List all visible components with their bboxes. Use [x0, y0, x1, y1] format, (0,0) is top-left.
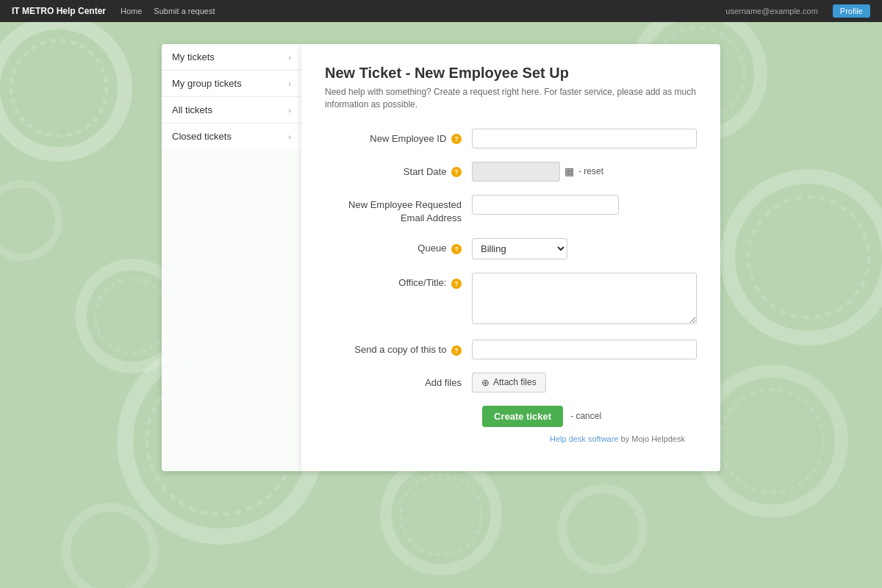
create-ticket-button[interactable]: Create ticket	[482, 406, 563, 427]
employee-id-label: New Employee ID ?	[325, 129, 472, 146]
email-row: New Employee Requested Email Address	[325, 195, 697, 225]
info-icon: ?	[451, 167, 462, 177]
nav-home[interactable]: Home	[121, 7, 142, 15]
sidebar: My tickets › My group tickets › All tick…	[162, 44, 301, 471]
nav-submit[interactable]: Submit a request	[154, 7, 215, 15]
email-field	[472, 195, 697, 215]
office-title-row: Office/Title: ?	[325, 273, 697, 326]
sidebar-item-my-group-tickets[interactable]: My group tickets ›	[162, 71, 301, 97]
sidebar-item-all-tickets[interactable]: All tickets ›	[162, 97, 301, 123]
sidebar-item-label: All tickets	[172, 104, 212, 115]
navbar-brand: IT METRO Help Center	[12, 6, 106, 16]
sidebar-item-my-tickets[interactable]: My tickets ›	[162, 44, 301, 71]
copy-input[interactable]	[472, 340, 697, 359]
add-files-label: Add files	[325, 373, 472, 390]
cancel-link[interactable]: - cancel	[570, 411, 601, 421]
queue-label: Queue ?	[325, 238, 472, 255]
queue-row: Queue ? Billing HR IT Finance	[325, 238, 697, 259]
reset-link[interactable]: - reset	[578, 166, 603, 176]
sidebar-item-label: Closed tickets	[172, 131, 232, 142]
start-date-field: ▦ - reset	[472, 162, 697, 182]
office-title-field	[472, 273, 697, 326]
start-date-label: Start Date ?	[325, 162, 472, 179]
form-buttons: Create ticket - cancel	[325, 406, 697, 427]
copy-field	[472, 340, 697, 359]
page-title: New Ticket - New Employee Set Up	[325, 65, 697, 82]
employee-id-row: New Employee ID ?	[325, 129, 697, 148]
office-title-textarea[interactable]	[472, 273, 697, 324]
content-panel: New Ticket - New Employee Set Up Need he…	[301, 44, 720, 471]
queue-field: Billing HR IT Finance	[472, 238, 697, 259]
copy-row: Send a copy of this to ?	[325, 340, 697, 359]
email-label: New Employee Requested Email Address	[325, 195, 472, 225]
queue-select[interactable]: Billing HR IT Finance	[472, 238, 567, 259]
form-subtitle: Need help with something? Create a reque…	[325, 86, 697, 111]
attach-label: Attach files	[493, 377, 537, 387]
chevron-icon: ›	[288, 53, 291, 62]
navbar-links: Home Submit a request	[121, 7, 711, 15]
add-files-field: ⊕ Attach files	[472, 373, 697, 392]
sidebar-item-closed-tickets[interactable]: Closed tickets ›	[162, 123, 301, 149]
start-date-input[interactable]	[472, 162, 560, 182]
info-icon: ?	[451, 244, 462, 254]
office-title-label: Office/Title: ?	[325, 273, 472, 290]
paperclip-icon: ⊕	[481, 377, 490, 388]
start-date-row: Start Date ? ▦ - reset	[325, 162, 697, 182]
add-files-row: Add files ⊕ Attach files	[325, 373, 697, 392]
info-icon: ?	[451, 279, 462, 289]
navbar-email: username@example.com	[725, 7, 818, 15]
chevron-icon: ›	[288, 106, 291, 115]
footer: Help desk software by Mojo Helpdesk	[325, 427, 697, 448]
footer-suffix: by Mojo Helpdesk	[619, 434, 686, 443]
footer-link[interactable]: Help desk software	[550, 434, 619, 443]
sidebar-item-label: My group tickets	[172, 78, 242, 89]
info-icon: ?	[451, 134, 462, 144]
employee-id-field	[472, 129, 697, 148]
calendar-icon[interactable]: ▦	[564, 165, 574, 177]
chevron-icon: ›	[288, 132, 291, 141]
info-icon: ?	[451, 345, 462, 356]
svg-point-14	[562, 489, 643, 570]
navbar: IT METRO Help Center Home Submit a reque…	[0, 0, 882, 22]
sidebar-item-label: My tickets	[172, 51, 215, 62]
svg-point-15	[66, 507, 154, 588]
copy-label: Send a copy of this to ?	[325, 340, 472, 356]
employee-id-input[interactable]	[472, 129, 697, 148]
main-layout: My tickets › My group tickets › All tick…	[0, 22, 882, 493]
navbar-login-button[interactable]: Profile	[833, 4, 870, 18]
chevron-icon: ›	[288, 79, 291, 88]
email-input[interactable]	[472, 195, 619, 215]
attach-files-button[interactable]: ⊕ Attach files	[472, 373, 546, 392]
